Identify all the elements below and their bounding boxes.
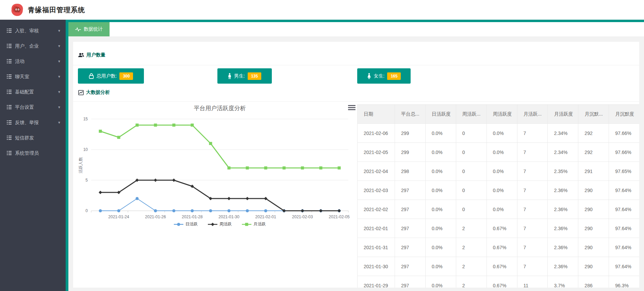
legend-marker — [174, 222, 183, 227]
sidebar-item[interactable]: 短信群发 — [0, 130, 66, 146]
column-header: 月沉默... — [578, 105, 609, 124]
table-cell: 0.0% — [425, 257, 456, 276]
column-header: 周活跃度 — [486, 105, 517, 124]
legend-label: 日活跃 — [185, 221, 198, 227]
sidebar-item[interactable]: 聊天室▼ — [0, 69, 66, 84]
sidebar-item[interactable]: 基础配置▼ — [0, 84, 66, 100]
chevron-down-icon: ▼ — [57, 105, 61, 109]
sidebar-item[interactable]: 入驻、审核▼ — [0, 23, 66, 38]
table-cell: 297 — [395, 257, 426, 276]
table-cell: 97.66% — [609, 124, 639, 143]
table-cell: 297 — [395, 238, 426, 257]
table-cell: 0.0% — [486, 200, 517, 219]
table-cell: 7 — [517, 143, 548, 162]
users-count-heading: 用户数量 — [78, 52, 105, 58]
tab-data-statistics[interactable]: 数据统计 — [68, 22, 110, 36]
table-cell: 0.0% — [486, 143, 517, 162]
table-cell: 11 — [517, 276, 548, 288]
activity-table-wrap: 日期平台总...日活跃度周活跃...周活跃度月活跃...月活跃度月沉默...月沉… — [357, 104, 639, 288]
table-cell: 97.66% — [609, 143, 639, 162]
table-cell: 0.0% — [425, 238, 456, 257]
column-header: 月沉默度 — [609, 105, 639, 124]
sidebar-item-label: 反馈、举报 — [15, 120, 39, 126]
table-cell: 0.67% — [486, 219, 517, 238]
table-cell: 2 — [456, 257, 486, 276]
sidebar-item[interactable]: 反馈、举报▼ — [0, 115, 66, 130]
sidebar-item-label: 聊天室 — [15, 74, 29, 80]
list-icon — [7, 136, 12, 140]
table-cell: 2.36% — [548, 219, 578, 238]
users-icon — [78, 53, 84, 57]
table-row: 2021-02-012970.0%20.67%72.36%29097.64% — [358, 219, 640, 238]
table-row: 2021-01-292970.0%20.67%113.7%28696.3% — [358, 276, 640, 288]
bigdata-heading: 大数据分析 — [78, 89, 110, 96]
table-cell: 2 — [456, 276, 486, 288]
table-row: 2021-01-302970.0%20.67%72.36%29097.64% — [358, 257, 640, 276]
sidebar-item[interactable]: 平台设置▼ — [0, 100, 66, 115]
table-cell: 0 — [456, 143, 486, 162]
legend-label: 月活跃 — [253, 221, 266, 227]
table-cell: 297 — [395, 200, 426, 219]
app-root: 青缘福田管理系统 企业入驻二维码 ⚑ 企业后台 — [0, 0, 644, 291]
table-cell: 0.0% — [425, 181, 456, 200]
legend-marker — [208, 222, 217, 227]
chevron-down-icon: ▼ — [57, 75, 61, 79]
chart-menu-icon[interactable] — [348, 105, 356, 111]
table-cell: 292 — [578, 124, 609, 143]
tab-label: 数据统计 — [84, 26, 103, 32]
table-cell: 2021-02-02 — [358, 200, 395, 219]
table-cell: 2021-01-29 — [358, 276, 395, 288]
column-header: 周活跃... — [456, 105, 486, 124]
legend-item[interactable]: 周活跃 — [208, 221, 232, 227]
table-cell: 2021-02-01 — [358, 219, 395, 238]
list-icon — [7, 151, 12, 155]
brand[interactable]: 青缘福田管理系统 — [10, 0, 85, 20]
main: 用户数量 总用户数: 300 男生: — [68, 36, 644, 291]
table-cell: 0 — [456, 124, 486, 143]
table-cell: 2021-02-04 — [358, 162, 395, 181]
female-icon — [367, 73, 371, 79]
list-icon — [7, 29, 12, 33]
sidebar-item[interactable]: 系统管理员 — [0, 146, 66, 161]
legend-item[interactable]: 日活跃 — [174, 221, 198, 227]
column-header: 平台总... — [395, 105, 426, 124]
list-icon — [7, 120, 12, 125]
top-header: 青缘福田管理系统 企业入驻二维码 ⚑ 企业后台 — [0, 0, 644, 20]
svg-text:0: 0 — [85, 208, 88, 213]
list-icon — [7, 44, 12, 48]
trend-chart-icon — [78, 90, 84, 95]
chevron-down-icon: ▼ — [57, 90, 61, 94]
table-row: 2021-02-042980.0%00.0%72.35%29197.65% — [358, 162, 640, 181]
sidebar-item-label: 入驻、审核 — [15, 28, 39, 34]
table-cell: 297 — [395, 276, 426, 288]
sidebar-item-label: 平台设置 — [15, 104, 34, 110]
table-cell: 2.36% — [548, 238, 578, 257]
table-cell: 2 — [456, 238, 486, 257]
table-row: 2021-02-022970.0%00.0%72.36%29097.64% — [358, 200, 640, 219]
tab-bar: 数据统计 — [68, 22, 644, 36]
table-header-row: 日期平台总...日活跃度周活跃...周活跃度月活跃...月活跃度月沉默...月沉… — [358, 105, 640, 124]
sidebar-item[interactable]: 活动▼ — [0, 54, 66, 69]
table-cell: 0.67% — [486, 276, 517, 288]
legend-item[interactable]: 月活跃 — [242, 221, 266, 227]
sidebar-item[interactable]: 用户、企业▼ — [0, 38, 66, 54]
table-cell: 2.34% — [548, 143, 578, 162]
table-cell: 97.64% — [609, 219, 639, 238]
table-cell: 290 — [578, 181, 609, 200]
table-cell: 2021-02-03 — [358, 181, 395, 200]
table-cell: 292 — [578, 143, 609, 162]
table-cell: 0.67% — [486, 257, 517, 276]
lock-icon — [89, 73, 94, 79]
male-users-card: 男生: 135 — [217, 68, 272, 84]
legend-marker — [242, 222, 251, 227]
table-cell: 2021-01-30 — [358, 257, 395, 276]
table-cell: 97.64% — [609, 181, 639, 200]
table-cell: 0 — [456, 162, 486, 181]
table-cell: 7 — [517, 219, 548, 238]
app-title: 青缘福田管理系统 — [28, 5, 85, 15]
table-cell: 7 — [517, 200, 548, 219]
svg-text:活跃人数: 活跃人数 — [78, 157, 83, 173]
female-users-label: 女生: — [374, 73, 385, 79]
male-icon — [228, 73, 231, 79]
table-cell: 297 — [395, 219, 426, 238]
